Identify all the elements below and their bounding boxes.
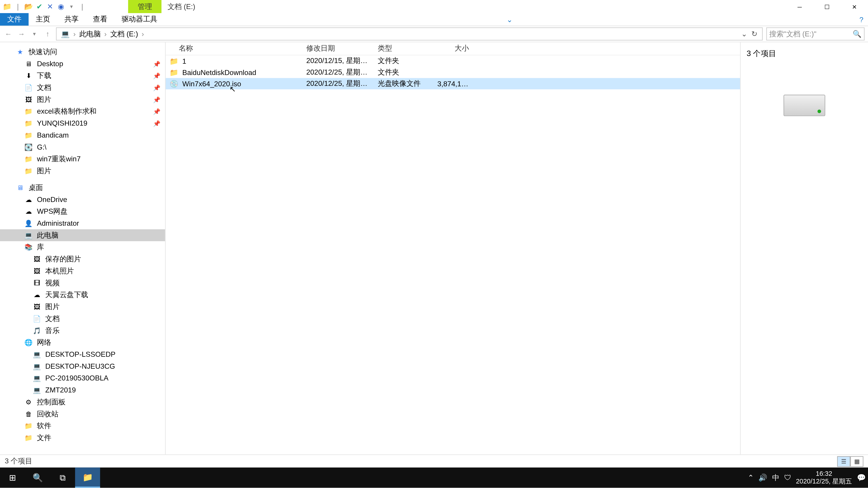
- close-button[interactable]: ✕: [841, 0, 868, 13]
- nav-item[interactable]: 🖼本机照片: [0, 265, 165, 277]
- nav-item-label: YUNQISHI2019: [37, 119, 87, 127]
- nav-item[interactable]: ☁WPS网盘: [0, 205, 165, 217]
- taskbar-explorer-icon[interactable]: 📁: [75, 467, 100, 488]
- ribbon-tab-view[interactable]: 查看: [86, 13, 115, 26]
- ribbon-tab-drive[interactable]: 驱动器工具: [114, 13, 164, 26]
- chevron-right-icon[interactable]: ›: [140, 30, 146, 38]
- file-row[interactable]: 💿Win7x64_2020.iso2020/12/25, 星期五 1...光盘映…: [166, 78, 740, 89]
- nav-item[interactable]: 🖼保存的图片: [0, 253, 165, 265]
- nav-quick-access[interactable]: ★快速访问: [0, 46, 165, 58]
- col-date[interactable]: 修改日期: [303, 43, 374, 54]
- qat-check-icon[interactable]: ✔: [35, 2, 44, 11]
- breadcrumb-pc[interactable]: 此电脑: [78, 29, 103, 39]
- nav-item[interactable]: 🗑回收站: [0, 408, 165, 420]
- breadcrumb[interactable]: 💻 › 此电脑 › 文档 (E:) › ⌄ ↻: [56, 27, 763, 40]
- start-button[interactable]: ⊞: [0, 467, 25, 488]
- nav-desktop[interactable]: 🖥桌面: [0, 182, 165, 194]
- nav-item-label: 此电脑: [37, 230, 58, 240]
- nav-item[interactable]: 📁YUNQISHI2019📌: [0, 117, 165, 129]
- addr-dropdown-icon[interactable]: ⌄: [739, 30, 749, 38]
- nav-item[interactable]: 📄文档📌: [0, 82, 165, 94]
- nav-item-label: DESKTOP-LSSOEDP: [45, 350, 116, 359]
- nav-item[interactable]: 📁Bandicam: [0, 129, 165, 141]
- refresh-icon[interactable]: ↻: [749, 30, 760, 38]
- nav-item[interactable]: 💻此电脑: [0, 229, 165, 241]
- nav-item[interactable]: 📁excel表格制作求和📌: [0, 105, 165, 118]
- file-type: 文件夹: [374, 56, 434, 66]
- file-row[interactable]: 📁12020/12/15, 星期二 1...文件夹: [166, 55, 740, 67]
- nav-item[interactable]: 🖥Desktop📌: [0, 58, 165, 70]
- chevron-right-icon[interactable]: ›: [71, 30, 77, 38]
- nav-item-icon: ☁: [24, 195, 33, 204]
- taskbar[interactable]: ⊞ 🔍 ⧉ 📁 ⌃ 🔊 中 🛡 16:32 2020/12/25, 星期五 💬: [0, 467, 868, 488]
- maximize-button[interactable]: ☐: [813, 0, 841, 13]
- nav-item[interactable]: 💻DESKTOP-LSSOEDP: [0, 348, 165, 360]
- ribbon-tab-home[interactable]: 主页: [29, 13, 57, 26]
- nav-item-label: 文档: [45, 314, 59, 324]
- nav-item[interactable]: 💽G:\: [0, 141, 165, 153]
- nav-item[interactable]: 📁文件: [0, 432, 165, 444]
- search-input[interactable]: 搜索"文档 (E:)" 🔍: [766, 27, 865, 40]
- nav-item[interactable]: 🖼图片: [0, 301, 165, 313]
- chevron-right-icon[interactable]: ›: [102, 30, 108, 38]
- minimize-button[interactable]: ─: [786, 0, 813, 13]
- nav-item[interactable]: ☁天翼云盘下载: [0, 289, 165, 301]
- nav-item[interactable]: 📚库: [0, 241, 165, 253]
- nav-item[interactable]: 🌐网络: [0, 336, 165, 348]
- search-icon[interactable]: 🔍: [852, 30, 862, 38]
- nav-recent-dropdown[interactable]: ▾: [30, 29, 39, 39]
- ribbon-tab-share[interactable]: 共享: [57, 13, 86, 26]
- tray-security-icon[interactable]: 🛡: [784, 474, 792, 482]
- nav-item-icon: 📄: [24, 83, 33, 92]
- nav-back-button[interactable]: ←: [4, 29, 13, 39]
- nav-item[interactable]: 🎵音乐: [0, 325, 165, 337]
- nav-item[interactable]: 💻PC-20190530OBLA: [0, 372, 165, 384]
- ribbon-tab-file[interactable]: 文件: [0, 13, 29, 26]
- col-name[interactable]: 名称: [166, 43, 303, 54]
- nav-item[interactable]: 💻ZMT2019: [0, 384, 165, 396]
- col-type[interactable]: 类型: [374, 43, 434, 54]
- qat-open-icon[interactable]: 📂: [24, 2, 33, 11]
- nav-item[interactable]: ⚙控制面板: [0, 396, 165, 408]
- view-details-button[interactable]: ☰: [837, 456, 850, 466]
- tray-clock[interactable]: 16:32 2020/12/25, 星期五: [796, 470, 852, 486]
- taskbar-search-icon[interactable]: 🔍: [25, 467, 50, 488]
- tray-ime-indicator[interactable]: 中: [772, 473, 779, 483]
- task-view-button[interactable]: ⧉: [50, 467, 75, 488]
- file-list[interactable]: 名称 修改日期 类型 大小 📁12020/12/15, 星期二 1...文件夹📁…: [166, 42, 740, 454]
- file-row[interactable]: 📁BaiduNetdiskDownload2020/12/25, 星期五 1..…: [166, 67, 740, 78]
- nav-item-label: 库: [37, 242, 44, 252]
- nav-item[interactable]: 📁软件: [0, 420, 165, 432]
- nav-item[interactable]: 📁win7重装win7: [0, 153, 165, 165]
- nav-item[interactable]: 📄文档: [0, 313, 165, 325]
- nav-item-label: WPS网盘: [37, 206, 67, 217]
- help-icon[interactable]: ?: [855, 15, 868, 24]
- nav-item[interactable]: 👤Administrator: [0, 217, 165, 229]
- nav-item[interactable]: 🖼图片📌: [0, 94, 165, 105]
- col-size[interactable]: 大小: [434, 43, 472, 54]
- action-center-icon[interactable]: 💬: [857, 474, 866, 482]
- nav-item-icon: 🖼: [24, 95, 33, 104]
- nav-item-icon: 💻: [32, 350, 41, 359]
- qat-props-icon[interactable]: ◉: [56, 2, 66, 11]
- nav-item[interactable]: 💻DESKTOP-NJEU3CG: [0, 360, 165, 372]
- nav-item-label: OneDrive: [37, 195, 67, 204]
- qat-dropdown-icon[interactable]: ▾: [67, 2, 76, 11]
- tray-overflow-icon[interactable]: ⌃: [748, 474, 754, 482]
- tray-date: 2020/12/25, 星期五: [796, 478, 852, 486]
- view-icons-button[interactable]: ▦: [850, 456, 864, 466]
- nav-up-button[interactable]: ↑: [43, 29, 53, 39]
- navigation-pane[interactable]: ★快速访问🖥Desktop📌⬇下载📌📄文档📌🖼图片📌📁excel表格制作求和📌📁…: [0, 42, 166, 454]
- nav-item-icon: 📁: [24, 130, 33, 140]
- nav-item[interactable]: 🎞视频: [0, 277, 165, 289]
- nav-item[interactable]: ⬇下载📌: [0, 70, 165, 82]
- ribbon-expand-icon[interactable]: ⌄: [502, 15, 518, 24]
- nav-item[interactable]: ☁OneDrive: [0, 194, 165, 205]
- breadcrumb-loc[interactable]: 文档 (E:): [108, 29, 140, 39]
- nav-item[interactable]: 📁图片: [0, 165, 165, 177]
- ribbon-context-tab[interactable]: 管理: [128, 0, 162, 13]
- nav-forward-button[interactable]: →: [17, 29, 26, 39]
- pin-icon: 📌: [153, 84, 160, 91]
- qat-close-icon[interactable]: ✕: [45, 2, 55, 11]
- tray-volume-icon[interactable]: 🔊: [758, 474, 767, 482]
